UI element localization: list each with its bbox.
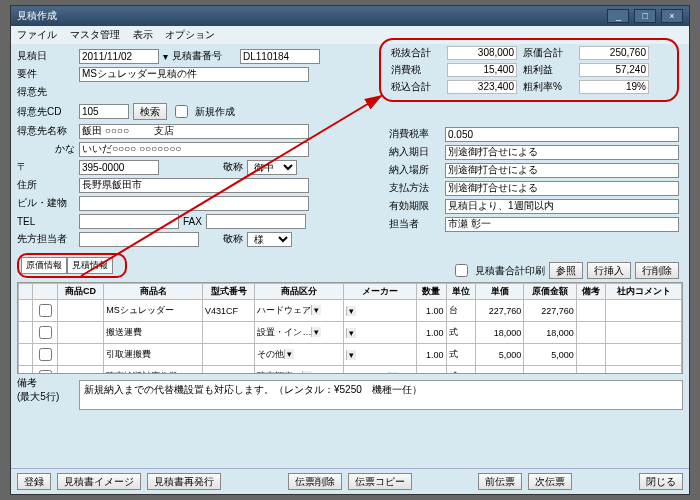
register-button[interactable]: 登録 [17, 473, 51, 490]
menu-master[interactable]: マスタ管理 [70, 29, 120, 40]
label-address: 住所 [17, 178, 75, 192]
valid-until-input[interactable] [445, 199, 679, 214]
delete-slip-button[interactable]: 伝票削除 [288, 473, 342, 490]
label-zip: 〒 [17, 160, 75, 174]
label-kana: かな [17, 142, 75, 156]
label-quote-date: 見積日 [17, 49, 75, 63]
col-cost[interactable]: 原価金額 [524, 284, 577, 300]
col-comment[interactable]: 社内コメント [606, 284, 682, 300]
tax-rate-input[interactable] [445, 127, 679, 142]
row-toolbar: 見積書合計印刷 参照 行挿入 行削除 [451, 261, 679, 280]
label-building: ビル・建物 [17, 196, 75, 210]
kana-input[interactable] [79, 142, 309, 157]
close-button[interactable]: × [661, 9, 683, 23]
col-note[interactable]: 備考 [576, 284, 605, 300]
delete-row-button[interactable]: 行削除 [635, 262, 679, 279]
menu-option[interactable]: オプション [165, 29, 215, 40]
fax-input[interactable] [206, 214, 306, 229]
delivery-date-input[interactable] [445, 145, 679, 160]
subject-input[interactable] [79, 67, 309, 82]
col-cat[interactable]: 商品区分 [255, 284, 343, 300]
label-subject: 要件 [17, 67, 75, 81]
window-controls: _ □ × [605, 9, 683, 23]
label-new: 新規作成 [195, 105, 235, 119]
tel-input[interactable] [79, 214, 179, 229]
col-name[interactable]: 商品名 [104, 284, 203, 300]
copy-slip-button[interactable]: 伝票コピー [348, 473, 412, 490]
col-price[interactable]: 単価 [476, 284, 524, 300]
prev-slip-button[interactable]: 前伝票 [478, 473, 522, 490]
items-grid[interactable]: 商品CD 商品名 型式番号 商品区分 メーカー 数量 単位 単価 原価金額 備考… [17, 282, 683, 374]
honorific-select[interactable]: 御中 [247, 160, 297, 175]
quote-no-input[interactable] [240, 49, 320, 64]
address-input[interactable] [79, 178, 309, 193]
col-cd[interactable]: 商品CD [58, 284, 104, 300]
tabs: 原価情報 見積情報 [17, 253, 127, 278]
table-row[interactable]: 引取運搬費 その他▾▾ 1.00式5,0005,000 [19, 344, 682, 366]
customer-name-input[interactable] [79, 124, 309, 139]
quote-date-input[interactable] [79, 49, 159, 64]
window-title: 見積作成 [17, 9, 57, 23]
honorific2-select[interactable]: 様 [247, 232, 292, 247]
next-slip-button[interactable]: 次伝票 [528, 473, 572, 490]
our-rep-input[interactable] [79, 232, 199, 247]
datepick-icon[interactable]: ▾ [163, 51, 168, 62]
total-cost: 250,760 [579, 46, 649, 60]
rep-input[interactable] [445, 217, 679, 232]
form-body: 見積日 ▾ 見積書番号 要件 得意先 得意先CD 検索 新規作成 得意先名称 か… [11, 44, 689, 468]
customer-cd-input[interactable] [79, 104, 129, 119]
titlebar: 見積作成 _ □ × [11, 6, 689, 26]
close-form-button[interactable]: 閉じる [639, 473, 683, 490]
search-button[interactable]: 検索 [133, 103, 167, 120]
total-margin: 19% [579, 80, 649, 94]
col-qty[interactable]: 数量 [417, 284, 446, 300]
delivery-place-input[interactable] [445, 163, 679, 178]
menu-view[interactable]: 表示 [133, 29, 153, 40]
col-maker[interactable]: メーカー [343, 284, 416, 300]
pay-method-input[interactable] [445, 181, 679, 196]
label-our-rep: 先方担当者 [17, 232, 75, 246]
col-model[interactable]: 型式番号 [202, 284, 255, 300]
tab-cost[interactable]: 原価情報 [21, 257, 67, 274]
app-window: 見積作成 _ □ × ファイル マスタ管理 表示 オプション 見積日 ▾ 見積書… [10, 5, 690, 495]
label-tel: TEL [17, 216, 75, 227]
refer-button[interactable]: 参照 [549, 262, 583, 279]
total-tax: 15,400 [447, 63, 517, 77]
label-honorific: 敬称 [223, 160, 243, 174]
footer-toolbar: 登録 見積書イメージ 見積書再発行 伝票削除 伝票コピー 前伝票 次伝票 閉じる [11, 468, 689, 494]
zip-input[interactable] [79, 160, 159, 175]
label-customer-cd: 得意先CD [17, 105, 75, 119]
total-profit: 57,240 [579, 63, 649, 77]
label-customer-name: 得意先名称 [17, 124, 75, 138]
table-row[interactable]: MSシュレッダーV431CF ハードウェア▾▾ 1.00台227,760227,… [19, 300, 682, 322]
table-row[interactable]: 障害診断対応作業 障害調査…▾D. Data …▾ 1.00式 [19, 366, 682, 375]
new-checkbox[interactable] [175, 105, 188, 118]
minimize-button[interactable]: _ [607, 9, 629, 23]
label-fax: FAX [183, 216, 202, 227]
label-quote-no: 見積書番号 [172, 49, 236, 63]
print-total-checkbox[interactable] [455, 264, 468, 277]
label-customer-hdr: 得意先 [17, 85, 75, 99]
tab-quote[interactable]: 見積情報 [67, 257, 113, 274]
col-unit[interactable]: 単位 [446, 284, 475, 300]
total-intax: 323,400 [447, 80, 517, 94]
menu-file[interactable]: ファイル [17, 29, 57, 40]
right-column: 消費税率 納入期日 納入場所 支払方法 有効期限 担当者 [389, 126, 679, 232]
label-remarks: 備考(最大5行) [17, 376, 75, 404]
total-extax: 308,000 [447, 46, 517, 60]
remarks-text[interactable]: 新規納入までの代替機設置も対応します。（レンタル：¥5250 機種一任） [79, 380, 683, 410]
maximize-button[interactable]: □ [634, 9, 656, 23]
quote-image-button[interactable]: 見積書イメージ [57, 473, 141, 490]
reissue-button[interactable]: 見積書再発行 [147, 473, 221, 490]
insert-row-button[interactable]: 行挿入 [587, 262, 631, 279]
building-input[interactable] [79, 196, 309, 211]
totals-panel: 税抜合計308,000 原価合計250,760 消費税15,400 粗利益57,… [379, 38, 679, 102]
label-honorific2: 敬称 [223, 232, 243, 246]
table-row[interactable]: 搬送運費 設置・イン…▾▾ 1.00式18,00018,000 [19, 322, 682, 344]
